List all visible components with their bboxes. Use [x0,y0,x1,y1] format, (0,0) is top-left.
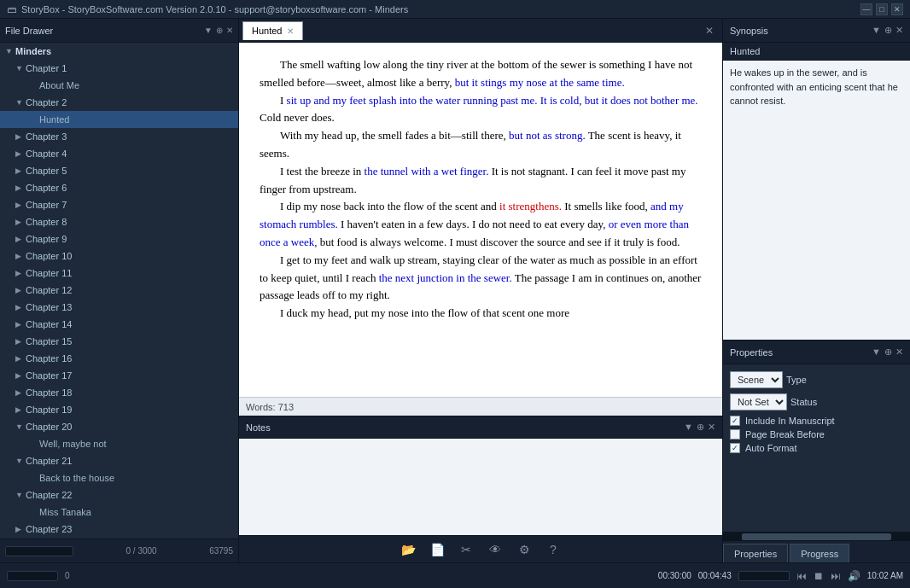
tree-item-chapter-15[interactable]: ▶Chapter 15 [0,333,238,350]
tree-item-chapter-18[interactable]: ▶Chapter 18 [0,384,238,401]
tree-item-chapter-2[interactable]: ▼Chapter 2 [0,94,238,111]
tree-label: Minders [15,46,238,56]
tree-item-chapter-14[interactable]: ▶Chapter 14 [0,316,238,333]
tree-item-chapter-16[interactable]: ▶Chapter 16 [0,350,238,367]
tree-item-chapter-19[interactable]: ▶Chapter 19 [0,401,238,418]
sidebar-collapse-icon[interactable]: ▼ [204,26,213,35]
notes-panel: Notes ▼ ⊕ ✕ [239,416,722,535]
sidebar-close-icon[interactable]: ✕ [226,26,233,35]
tree-item-chapter-4[interactable]: ▶Chapter 4 [0,145,238,162]
tree-item-hunted[interactable]: Hunted [0,111,238,128]
tree-item-chapter-6[interactable]: ▶Chapter 6 [0,179,238,196]
minimize-btn[interactable]: — [860,3,872,15]
help-btn[interactable]: ? [544,540,563,559]
sidebar-word-count: 63795 [209,546,233,556]
properties-content: Scene Type Not Set Status ✓ Include In M… [723,364,910,532]
tree-label: Chapter 23 [26,524,238,534]
tree-arrow: ▶ [15,235,26,243]
tree-label: Chapter 8 [26,217,238,227]
doc-editor[interactable]: The smell wafting low along the tiny riv… [239,43,722,397]
notes-add-icon[interactable]: ⊕ [697,422,704,433]
notes-content[interactable] [239,439,722,535]
settings-btn[interactable]: ⚙ [515,540,534,559]
tree-arrow: ▼ [15,457,26,465]
bottom-toolbar: 📂 📄 ✂ 👁 ⚙ ? [239,535,722,562]
tree-item-about-me[interactable]: About Me [0,77,238,94]
notes-close-icon[interactable]: ✕ [708,422,715,433]
synopsis-header: Synopsis ▼ ⊕ ✕ [723,19,910,43]
type-select[interactable]: Scene [730,371,783,388]
open-btn[interactable]: 📂 [399,540,417,559]
tree-label: Chapter 10 [26,251,238,261]
synopsis-text[interactable]: He wakes up in the sewer, and is confron… [723,61,910,340]
tree-item-back-to-the-house[interactable]: Back to the house [0,469,238,486]
tree-item-chapter-22[interactable]: ▼Chapter 22 [0,486,238,504]
tree-arrow: ▶ [15,525,26,533]
tree-item-chapter-20[interactable]: ▼Chapter 20 [0,418,238,435]
doc-tab-hunted[interactable]: Hunted ✕ [242,21,303,40]
para-3: With my head up, the smell fades a bit—s… [260,127,702,163]
include-manuscript-label: Include In Manuscript [745,416,835,426]
synopsis-dropdown-icon[interactable]: ▼ [872,25,881,36]
tree-item-minders[interactable]: ▼Minders [0,43,238,60]
scrollbar-thumb[interactable] [742,533,891,540]
tree-label: Well, maybe not [39,439,238,449]
maximize-btn[interactable]: □ [876,3,888,15]
tree-arrow: ▶ [15,337,26,346]
cut-btn[interactable]: ✂ [457,540,475,559]
play-next-btn[interactable]: ⏭ [831,570,841,582]
tree-label: Chapter 22 [26,490,238,500]
sidebar-add-icon[interactable]: ⊕ [216,26,223,35]
para-5: I dip my nose back into the flow of the … [260,198,702,251]
tree-item-chapter-17[interactable]: ▶Chapter 17 [0,367,238,384]
new-btn[interactable]: 📄 [428,540,446,559]
properties-pin-icon[interactable]: ⊕ [884,346,892,358]
volume-icon[interactable]: 🔊 [848,570,860,582]
type-row: Scene Type [730,371,903,388]
right-scrollbar[interactable] [723,532,910,540]
notes-header: Notes ▼ ⊕ ✕ [239,416,722,439]
notes-dropdown-icon[interactable]: ▼ [684,422,693,433]
auto-format-checkbox[interactable]: ✓ [730,443,740,453]
doc-tab-close-btn[interactable]: ✕ [287,26,294,36]
type-label: Type [786,375,807,385]
tree-item-miss-tanaka[interactable]: Miss Tanaka [0,504,238,521]
prop-tab-properties[interactable]: Properties [723,544,788,562]
tree-item-chapter-5[interactable]: ▶Chapter 5 [0,162,238,179]
include-manuscript-checkbox[interactable]: ✓ [730,416,740,426]
tree-item-chapter-10[interactable]: ▶Chapter 10 [0,247,238,265]
properties-close-icon[interactable]: ✕ [895,346,903,358]
close-btn[interactable]: ✕ [891,3,903,15]
tree-label: Chapter 13 [26,302,238,312]
tree-item-chapter-7[interactable]: ▶Chapter 7 [0,196,238,213]
tree-item-chapter-13[interactable]: ▶Chapter 13 [0,299,238,316]
properties-dropdown-icon[interactable]: ▼ [872,346,881,358]
tree-label: Chapter 19 [26,405,238,415]
tree-item-well,-maybe-not[interactable]: Well, maybe not [0,435,238,452]
tree-item-chapter-21[interactable]: ▼Chapter 21 [0,452,238,469]
tree-item-chapter-23[interactable]: ▶Chapter 23 [0,521,238,538]
page-break-checkbox[interactable] [730,429,740,440]
play-prev-btn[interactable]: ⏮ [796,570,807,582]
tree-item-chapter-3[interactable]: ▶Chapter 3 [0,128,238,145]
synopsis-close-icon[interactable]: ✕ [895,25,903,36]
prop-tab-progress[interactable]: Progress [790,544,849,562]
panel-close-btn[interactable]: ✕ [700,25,719,37]
tree-item-chapter-12[interactable]: ▶Chapter 12 [0,282,238,299]
notes-header-controls: ▼ ⊕ ✕ [684,422,715,433]
view-btn[interactable]: 👁 [486,540,505,559]
tree-arrow: ▼ [15,64,26,73]
tree-arrow: ▶ [15,320,26,329]
status-progress-val: 0 [65,571,70,580]
tree-item-chapter-11[interactable]: ▶Chapter 11 [0,265,238,282]
tree-item-chapter-1[interactable]: ▼Chapter 1 [0,60,238,77]
synopsis-pin-icon[interactable]: ⊕ [884,25,892,36]
include-manuscript-row: ✓ Include In Manuscript [730,416,903,426]
doc-wordcount: Words: 713 [239,397,722,416]
tree-item-chapter-8[interactable]: ▶Chapter 8 [0,213,238,230]
synopsis-header-label: Synopsis [730,26,768,36]
tree-label: Chapter 18 [26,387,238,398]
stop-btn[interactable]: ⏹ [814,570,824,582]
status-select[interactable]: Not Set [730,393,787,410]
tree-item-chapter-9[interactable]: ▶Chapter 9 [0,230,238,247]
